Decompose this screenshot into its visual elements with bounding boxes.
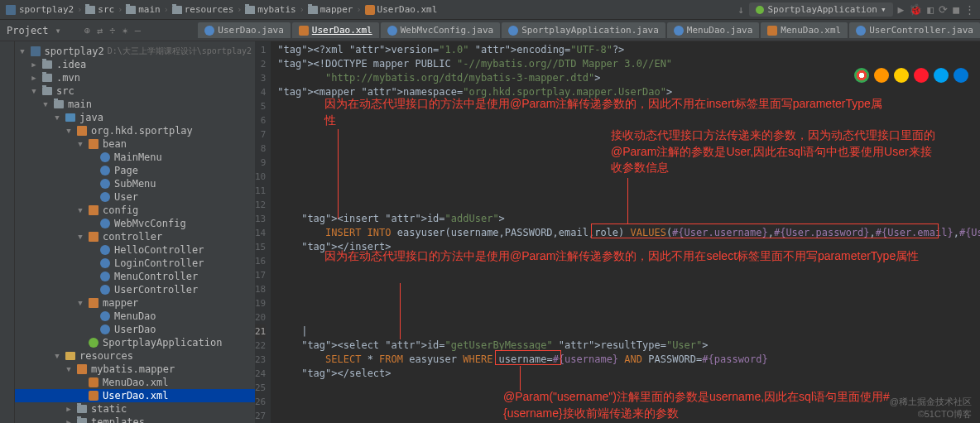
arrow-1 (338, 129, 339, 219)
collapse-icon[interactable]: ÷ (109, 25, 115, 36)
cls-icon (100, 192, 110, 202)
crumb-1[interactable]: src (85, 4, 114, 15)
java-icon (674, 26, 684, 36)
crumb-4[interactable]: mybatis (245, 4, 295, 15)
arrow-3 (400, 283, 401, 339)
tree-arrow-icon[interactable] (65, 418, 73, 423)
crumb-6[interactable]: UserDao.xml (365, 4, 438, 15)
tree-row-userdao[interactable]: UserDao (15, 323, 255, 336)
tree-arrow-icon[interactable] (53, 113, 61, 122)
cls-icon (100, 219, 110, 228)
tree-row-static[interactable]: static (15, 402, 255, 416)
cls-icon (100, 245, 110, 255)
ie-icon[interactable] (934, 68, 949, 83)
cls-icon (100, 166, 110, 175)
tree-row-org-hkd-sportplay[interactable]: org.hkd.sportplay (15, 124, 255, 137)
tree-row-mapper[interactable]: mapper (15, 296, 255, 310)
tree-row-controller[interactable]: controller (15, 230, 255, 243)
code-editor[interactable]: 1234567891011121314151617181920212223242… (255, 41, 980, 423)
profile-icon[interactable]: ⟳ (939, 3, 948, 16)
spring-icon (89, 338, 98, 348)
project-tree[interactable]: sportplay2 D:\大三上学期课程设计\sportplay2.idea.… (15, 41, 255, 423)
tree-arrow-icon[interactable] (76, 233, 84, 241)
more-icon[interactable]: ⋮ (964, 3, 975, 16)
expand-icon[interactable]: ⇄ (97, 25, 103, 36)
pkg-icon (77, 364, 87, 374)
debug-icon[interactable]: 🐞 (909, 3, 922, 16)
crumb-5[interactable]: mapper (308, 4, 353, 15)
tool-window-rail[interactable] (0, 41, 15, 423)
opera-icon[interactable] (914, 68, 929, 83)
tree-arrow-icon[interactable] (53, 352, 61, 360)
edge-icon[interactable] (954, 68, 968, 83)
java-icon (508, 26, 518, 36)
chrome-icon[interactable] (854, 68, 869, 83)
tree-row-hellocontroller[interactable]: HelloController (15, 243, 255, 257)
tree-row-templates[interactable]: templates (15, 416, 255, 423)
tree-row-page[interactable]: Page (15, 164, 255, 177)
tree-row-java[interactable]: java (15, 111, 255, 124)
firefox-icon[interactable] (874, 68, 889, 83)
tree-row-config[interactable]: config (15, 204, 255, 217)
tree-row-logincontroller[interactable]: LoginController (15, 257, 255, 270)
select-opened-icon[interactable]: ⊕ (84, 25, 90, 36)
java-icon (856, 26, 866, 36)
crumb-0[interactable]: sportplay2 (5, 4, 74, 16)
run-config-selector[interactable]: SportplayApplication▾ (749, 2, 892, 17)
yandex-icon[interactable] (894, 68, 909, 83)
editor-tab-3[interactable]: SportplayApplication.java (502, 22, 665, 38)
editor-tabs: UserDao.javaUserDao.xmlWebMvcConfig.java… (198, 22, 980, 38)
tree-row--mvn[interactable]: .mvn (15, 71, 255, 84)
editor-tab-0[interactable]: UserDao.java (198, 22, 290, 38)
crumb-3[interactable]: resources (172, 4, 234, 15)
editor-tab-5[interactable]: MenuDao.xml (761, 22, 848, 38)
hide-icon[interactable]: — (135, 25, 141, 36)
tree-arrow-icon[interactable] (30, 87, 38, 95)
tree-row-menudao-xml[interactable]: MenuDao.xml (15, 376, 255, 389)
tree-row-mainmenu[interactable]: MainMenu (15, 151, 255, 164)
xml-icon (89, 391, 98, 401)
tree-row--idea[interactable]: .idea (15, 58, 255, 71)
line-gutter: 1234567891011121314151617181920212223242… (255, 41, 271, 423)
tree-row-submenu[interactable]: SubMenu (15, 177, 255, 190)
tree-row-src[interactable]: src (15, 84, 255, 98)
settings-icon[interactable]: ✶ (122, 25, 128, 36)
build-icon[interactable]: ↓ (738, 3, 745, 16)
editor-tab-6[interactable]: UserController.java (849, 22, 980, 38)
breadcrumb-bar: sportplay2› src› main› resources› mybati… (0, 0, 980, 20)
tree-row-user[interactable]: User (15, 190, 255, 204)
tree-arrow-icon[interactable] (30, 60, 38, 69)
arrow-4 (520, 366, 521, 391)
editor-tab-4[interactable]: MenuDao.java (667, 22, 759, 38)
tree-row-webmvcconfig[interactable]: WebMvcConfig (15, 217, 255, 230)
tree-row-mybatis-mapper[interactable]: mybatis.mapper (15, 363, 255, 376)
tree-arrow-icon[interactable] (76, 206, 84, 214)
tree-arrow-icon[interactable] (18, 47, 26, 55)
tree-row-bean[interactable]: bean (15, 137, 255, 151)
tree-arrow-icon[interactable] (65, 127, 73, 135)
tree-arrow-icon[interactable] (41, 100, 50, 108)
tree-row-sportplay2[interactable]: sportplay2 D:\大三上学期课程设计\sportplay2 (15, 45, 255, 58)
tree-arrow-icon[interactable] (30, 74, 38, 82)
editor-tab-2[interactable]: WebMvcConfig.java (381, 22, 501, 38)
crumb-2[interactable]: main (126, 4, 161, 15)
tree-arrow-icon[interactable] (65, 365, 73, 373)
tree-row-resources[interactable]: resources (15, 349, 255, 363)
tree-row-menudao[interactable]: MenuDao (15, 310, 255, 323)
coverage-icon[interactable]: ◧ (927, 3, 934, 16)
tree-row-main[interactable]: main (15, 98, 255, 111)
tree-arrow-icon[interactable] (65, 405, 73, 413)
tree-arrow-icon[interactable] (76, 140, 84, 148)
project-panel-title[interactable]: Project (7, 25, 49, 36)
tree-row-userdao-xml[interactable]: UserDao.xml (15, 389, 255, 402)
tree-arrow-icon[interactable] (76, 299, 84, 307)
editor-tab-1[interactable]: UserDao.xml (292, 22, 379, 38)
xml-icon (299, 26, 309, 36)
run-icon[interactable]: ▶ (898, 3, 905, 16)
folder-icon (77, 405, 87, 413)
cls-icon (100, 285, 110, 295)
tree-row-usercontroller[interactable]: UserController (15, 283, 255, 296)
tree-row-sportplayapplication[interactable]: SportplayApplication (15, 336, 255, 349)
tree-row-menucontroller[interactable]: MenuController (15, 270, 255, 283)
stop-icon[interactable]: ■ (953, 3, 959, 16)
